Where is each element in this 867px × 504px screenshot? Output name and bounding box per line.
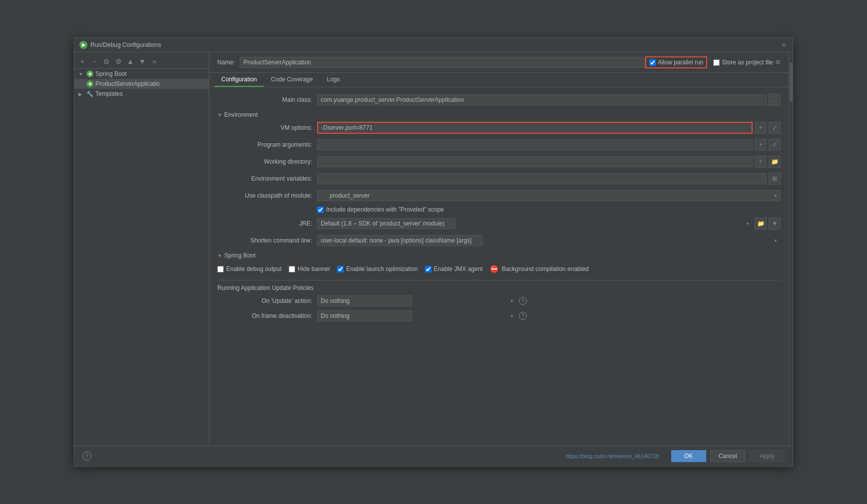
name-input[interactable]	[240, 57, 645, 68]
running-app-title: Running Application Update Policies	[217, 284, 781, 291]
enable-launch-checkbox[interactable]	[337, 266, 344, 272]
main-class-input[interactable]	[317, 94, 767, 105]
on-update-row: On 'Update' action: Do nothing Update re…	[217, 295, 781, 306]
sidebar-item-product-server[interactable]: ✿ ProductServerApplicatio	[74, 79, 209, 89]
program-args-label: Program arguments:	[217, 141, 317, 148]
env-vars-row: Environment variables: ⊞	[217, 172, 781, 185]
move-up-button[interactable]: ▲	[125, 56, 135, 66]
shorten-cmd-select-wrapper: user-local default: none - java [options…	[317, 235, 781, 246]
title-bar-left: ▶ Run/Debug Configurations	[79, 41, 161, 49]
vm-options-control: + ⤢	[317, 122, 781, 134]
vm-options-label: VM options:	[217, 124, 317, 131]
jre-select[interactable]: Default (1.8 – SDK of 'product_server' m…	[317, 218, 455, 229]
jre-row: JRE: Default (1.8 – SDK of 'product_serv…	[217, 217, 781, 230]
program-args-add-button[interactable]: +	[755, 139, 767, 151]
sidebar-item-spring-boot[interactable]: ▼ ✿ Spring Boot	[74, 69, 209, 79]
vm-options-add-button[interactable]: +	[755, 122, 767, 134]
product-server-icon: ✿	[86, 80, 93, 87]
ok-button[interactable]: OK	[671, 450, 706, 462]
env-vars-control: ⊞	[317, 173, 781, 185]
spring-boot-icon: ✿	[86, 70, 93, 77]
scrollbar-thumb	[790, 62, 793, 102]
main-class-label: Main class:	[217, 96, 317, 103]
enable-debug-checkbox[interactable]	[217, 266, 224, 272]
hide-banner-checkbox[interactable]	[289, 266, 295, 272]
gear-icon: ⚙	[775, 59, 781, 66]
include-deps-checkbox[interactable]	[317, 207, 324, 213]
jre-dropdown-button[interactable]: ▼	[769, 218, 781, 230]
vm-options-input[interactable]	[317, 122, 753, 134]
program-args-expand-button[interactable]: ⤢	[769, 139, 781, 151]
shorten-cmd-label: Shorten command line:	[217, 237, 317, 244]
env-vars-input[interactable]	[317, 173, 767, 184]
on-update-select[interactable]: Do nothing Update resources Update class…	[317, 295, 412, 306]
help-button[interactable]: ?	[82, 452, 91, 461]
tab-configuration[interactable]: Configuration	[214, 73, 264, 87]
allow-parallel-label: Allow parallel run	[658, 59, 703, 66]
enable-launch-label: Enable launch optimization	[346, 265, 418, 272]
on-update-select-wrapper: Do nothing Update resources Update class…	[317, 295, 517, 306]
classpath-label: Use classpath of module:	[217, 192, 317, 199]
wrench-icon: 🔧	[86, 91, 93, 97]
environment-section-header[interactable]: ▼ Environment	[217, 111, 781, 118]
settings-config-button[interactable]: ⚙	[113, 56, 123, 66]
allow-parallel-checkbox[interactable]	[649, 59, 656, 66]
jre-browse-button[interactable]: 📁	[755, 218, 767, 230]
tab-code-coverage[interactable]: Code Coverage	[264, 73, 320, 87]
on-update-label: On 'Update' action:	[217, 297, 317, 304]
classpath-select-wrapper: product_server	[317, 190, 781, 201]
spring-boot-section-label: Spring Boot	[224, 252, 256, 259]
working-dir-label: Working directory:	[217, 158, 317, 165]
error-icon: ⛔	[490, 265, 498, 273]
shorten-cmd-select[interactable]: user-local default: none - java [options…	[317, 235, 482, 246]
sidebar-spring-boot-label: Spring Boot	[95, 70, 127, 77]
on-frame-label: On frame deactivation:	[217, 312, 317, 319]
apply-button[interactable]: Apply	[750, 450, 785, 462]
name-label: Name:	[217, 59, 235, 66]
close-button[interactable]: ×	[780, 41, 788, 49]
bottom-right: https://blog.csdn.net/weixin_46146718 OK…	[566, 450, 785, 462]
include-deps-label: Include dependencies with "Provided" sco…	[326, 206, 444, 213]
jre-control: Default (1.8 – SDK of 'product_server' m…	[317, 218, 781, 230]
store-as-project-checkbox[interactable]	[713, 59, 720, 66]
working-dir-input[interactable]	[317, 156, 753, 167]
enable-jmx-item: Enable JMX agent	[425, 265, 483, 272]
main-class-row: Main class: ...	[217, 93, 781, 106]
working-dir-browse-button[interactable]: 📁	[769, 156, 781, 168]
vm-options-expand-button[interactable]: ⤢	[769, 122, 781, 134]
move-down-button[interactable]: ▼	[137, 56, 147, 66]
sidebar-item-templates[interactable]: ▶ 🔧 Templates	[74, 89, 209, 99]
on-frame-help-icon[interactable]: ?	[519, 312, 527, 320]
working-dir-add-button[interactable]: +	[755, 156, 767, 168]
env-vars-browse-button[interactable]: ⊞	[769, 173, 781, 185]
store-as-project-container: Store as project file ⚙	[713, 59, 781, 66]
program-args-input[interactable]	[317, 139, 753, 150]
add-config-button[interactable]: +	[77, 56, 87, 66]
include-deps-row: Include dependencies with "Provided" sco…	[317, 206, 781, 213]
main-class-browse-button[interactable]: ...	[769, 94, 781, 106]
main-class-control: ...	[317, 94, 781, 106]
spring-boot-section-header[interactable]: ▼ Spring Boot	[217, 252, 781, 259]
dialog-title: Run/Debug Configurations	[90, 41, 161, 48]
on-frame-select[interactable]: Do nothing Update resources Update class…	[317, 310, 412, 321]
chevron-down-icon: ▼	[78, 71, 84, 77]
vm-options-row: VM options: + ⤢	[217, 121, 781, 134]
more-options-button[interactable]: »	[149, 56, 159, 66]
remove-config-button[interactable]: −	[89, 56, 99, 66]
cancel-button[interactable]: Cancel	[710, 450, 746, 462]
on-frame-row: On frame deactivation: Do nothing Update…	[217, 310, 781, 321]
env-vars-label: Environment variables:	[217, 175, 317, 182]
enable-jmx-checkbox[interactable]	[425, 266, 432, 272]
classpath-select[interactable]: product_server	[317, 190, 781, 201]
on-frame-select-wrapper: Do nothing Update resources Update class…	[317, 310, 517, 321]
enable-debug-item: Enable debug output	[217, 265, 282, 272]
on-update-help-icon[interactable]: ?	[519, 297, 527, 305]
program-args-control: + ⤢	[317, 139, 781, 151]
enable-launch-item: Enable launch optimization	[337, 265, 418, 272]
enable-jmx-label: Enable JMX agent	[434, 265, 483, 272]
header-right: Allow parallel run Store as project file…	[645, 56, 781, 68]
tab-logs[interactable]: Logs	[320, 73, 347, 87]
copy-config-button[interactable]: ⧉	[101, 56, 111, 66]
sidebar-toolbar: + − ⧉ ⚙ ▲ ▼ »	[74, 54, 209, 69]
scrollbar[interactable]	[789, 52, 793, 446]
